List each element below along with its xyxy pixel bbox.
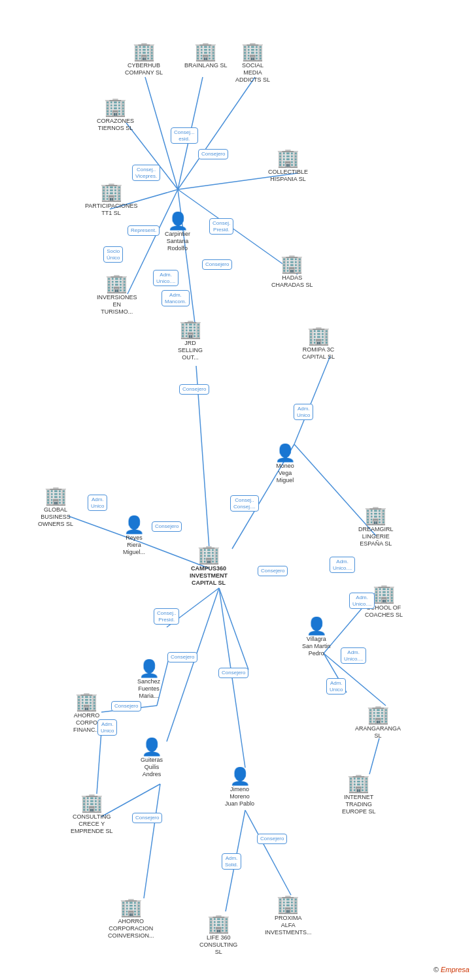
badge-adm-unico-arang[interactable]: Adm.Unico (326, 678, 346, 694)
svg-line-23 (144, 784, 160, 898)
building-icon-jrd: 🏢 (179, 320, 202, 338)
badge-consejero-jimeno[interactable]: Consejero (218, 668, 248, 678)
node-consulting-crece[interactable]: 🏢 CONSULTINGCRECE YEMPRENDE SL (71, 794, 113, 834)
badge-adm-unico-dreamgirl[interactable]: Adm.Unico.... (330, 557, 355, 573)
badge-consejero-proxima[interactable]: Consejero (257, 834, 287, 844)
badge-adm-unico-school2[interactable]: Adm.Unico.... (341, 647, 366, 664)
node-campus360[interactable]: 🏢 CAMPUS360INVESTMENTCAPITAL SL (190, 546, 228, 586)
label-consulting-crece: CONSULTINGCRECE YEMPRENDE SL (71, 813, 113, 834)
badge-consejero-1[interactable]: Consejero (198, 149, 228, 159)
badge-consejero-reyes[interactable]: Consejero (152, 521, 182, 532)
label-jimeno: JimenoMorenoJuan Pablo (225, 786, 254, 807)
building-icon-consulting-crece: 🏢 (80, 794, 103, 812)
diagram-container: 🏢 CYBERHUB COMPANY SL 🏢 BRAINLANG SL 🏢 S… (0, 0, 476, 980)
label-moneo: MoneoVegaMiguel (276, 463, 294, 483)
label-dreamgirl: DREAMGIRLLINGERIEESPAÑA SL (358, 526, 394, 547)
label-ahorro-coinversion: AHORROCORPORACIONCOINVERSION... (108, 918, 154, 939)
node-hadas[interactable]: 🏢 HADASCHARADAS SL (271, 255, 313, 289)
node-participaciones[interactable]: 🏢 PARTICIPACIONESTT1 SL (85, 183, 137, 217)
person-reyes[interactable]: 👤 ReyesRieraMiguel... (123, 516, 145, 555)
label-ahorro-corp: AHORROCORPOFINANC... (73, 712, 100, 733)
badge-adm-unico-school[interactable]: Adm.Unico.... (349, 593, 375, 609)
node-romipa[interactable]: 🏢 ROMIPA 3CCAPITAL SL (302, 327, 335, 361)
building-icon-hadas: 🏢 (280, 255, 303, 273)
label-collectible: COLLECTIBLEHISPANIA SL (268, 169, 308, 183)
badge-represent[interactable]: Represent. (128, 225, 160, 236)
building-icon-proxima-alfa: 🏢 (277, 895, 299, 913)
building-icon-dreamgirl: 🏢 (364, 506, 387, 525)
label-villagra: VillagraSan MartinPedro (302, 636, 331, 657)
label-participaciones: PARTICIPACIONESTT1 SL (85, 203, 137, 217)
badge-adm-mancom[interactable]: Adm.Mancom. (162, 290, 190, 306)
person-carpintier[interactable]: 👤 CarpintierSantanaRodolfo (165, 212, 190, 252)
label-campus360: CAMPUS360INVESTMENTCAPITAL SL (190, 565, 228, 586)
node-dreamgirl[interactable]: 🏢 DREAMGIRLLINGERIEESPAÑA SL (358, 506, 394, 547)
badge-adm-unico-1[interactable]: Adm.Unico.... (153, 270, 178, 286)
person-jimeno[interactable]: 👤 JimenoMorenoJuan Pablo (225, 768, 254, 807)
node-ahorro-corp[interactable]: 🏢 AHORROCORPOFINANC... (73, 693, 100, 733)
badge-consejero-hadas[interactable]: Consejero (202, 259, 232, 270)
node-cyberhub[interactable]: 🏢 CYBERHUB COMPANY SL (118, 42, 170, 76)
badge-consejero-sanchez[interactable]: Consejero (167, 652, 197, 662)
node-ahorro-coinversion[interactable]: 🏢 AHORROCORPORACIONCOINVERSION... (108, 898, 154, 939)
badge-adm-solid[interactable]: Adm.Solid. (222, 853, 241, 870)
label-life360: LIFE 360CONSULTINGSL (199, 934, 237, 955)
building-icon-corazones: 🏢 (104, 98, 127, 116)
badge-consejero-jrd[interactable]: Consejero (179, 384, 209, 395)
svg-line-29 (369, 738, 379, 774)
label-brainlang: BRAINLANG SL (184, 62, 228, 69)
badge-consej-consej[interactable]: Consej..Consej.... (230, 495, 259, 512)
person-icon-moneo: 👤 (275, 444, 296, 461)
building-icon-collectible: 🏢 (277, 149, 299, 167)
node-brainlang[interactable]: 🏢 BRAINLANG SL (184, 42, 228, 69)
building-icon-romipa: 🏢 (307, 327, 330, 345)
person-icon-sanchez: 👤 (139, 660, 160, 677)
badge-adm-unico-ahorro[interactable]: Adm.Unico (97, 719, 117, 736)
person-icon-guiteras: 👤 (141, 738, 162, 755)
node-global-business[interactable]: 🏢 GLOBALBUSINESSOWNERS SL (38, 487, 73, 527)
person-icon-villagra: 👤 (306, 617, 327, 634)
badge-adm-unico-global[interactable]: Adm.Unico (88, 495, 107, 511)
svg-line-15 (219, 588, 248, 670)
watermark: © Empresa (434, 966, 469, 973)
node-arangaranga[interactable]: 🏢 ARANGARANGASL (355, 706, 401, 740)
svg-line-10 (294, 356, 330, 444)
node-corazones[interactable]: 🏢 CORAZONESTIERNOS SL (97, 98, 134, 132)
badge-consej-presid-2[interactable]: Consej..Presid. (154, 608, 179, 625)
label-hadas: HADASCHARADAS SL (271, 274, 313, 289)
person-moneo[interactable]: 👤 MoneoVegaMiguel (275, 444, 296, 483)
label-reyes: ReyesRieraMiguel... (123, 534, 145, 555)
badge-consej-vicepres[interactable]: Consej..Vicepres. (132, 165, 160, 181)
badge-consej-esid[interactable]: Consej...esid. (171, 127, 198, 144)
building-icon-participaciones: 🏢 (100, 183, 123, 201)
node-collectible[interactable]: 🏢 COLLECTIBLEHISPANIA SL (268, 149, 308, 183)
node-social-media[interactable]: 🏢 SOCIALMEDIAADDICTS SL (235, 42, 270, 83)
label-cyberhub: CYBERHUB COMPANY SL (118, 62, 170, 76)
node-life360[interactable]: 🏢 LIFE 360CONSULTINGSL (199, 915, 237, 955)
label-arangaranga: ARANGARANGASL (355, 725, 401, 740)
badge-consejero-campus[interactable]: Consejero (258, 566, 288, 576)
person-guiteras[interactable]: 👤 GuiterasQuilisAndres (141, 738, 163, 777)
building-icon-campus360: 🏢 (197, 546, 220, 564)
node-inversiones[interactable]: 🏢 INVERSIONESENTURISMO... (97, 274, 137, 315)
building-icon-internet-trading: 🏢 (347, 774, 370, 792)
label-corazones: CORAZONESTIERNOS SL (97, 118, 134, 132)
building-icon-social-media: 🏢 (241, 42, 264, 61)
building-icon-brainlang: 🏢 (194, 42, 217, 61)
badge-consej-presid-1[interactable]: Consej.Presid. (209, 218, 233, 235)
node-jrd[interactable]: 🏢 JRDSELLINGOUT... (178, 320, 203, 361)
badge-consejero-consulting[interactable]: Consejero (132, 813, 162, 823)
person-sanchez[interactable]: 👤 SanchezFuentesMaria... (137, 660, 160, 699)
badge-socio-unico[interactable]: SocioÚnico (103, 246, 123, 263)
node-internet-trading[interactable]: 🏢 INTERNETTRADINGEUROPE SL (342, 774, 376, 815)
building-icon-inversiones: 🏢 (105, 274, 128, 293)
watermark-symbol: © (434, 966, 439, 973)
badge-adm-unico-romipa[interactable]: Adm.Unico (294, 404, 313, 420)
person-villagra[interactable]: 👤 VillagraSan MartinPedro (302, 617, 331, 657)
badge-consejero-ahorro[interactable]: Consejero (111, 701, 141, 711)
person-icon-carpintier: 👤 (167, 212, 188, 229)
label-sanchez: SanchezFuentesMaria... (137, 678, 160, 699)
label-romipa: ROMIPA 3CCAPITAL SL (302, 346, 335, 361)
node-proxima-alfa[interactable]: 🏢 PROXIMAALFAINVESTMENTS... (265, 895, 312, 936)
person-icon-jimeno: 👤 (230, 768, 250, 785)
